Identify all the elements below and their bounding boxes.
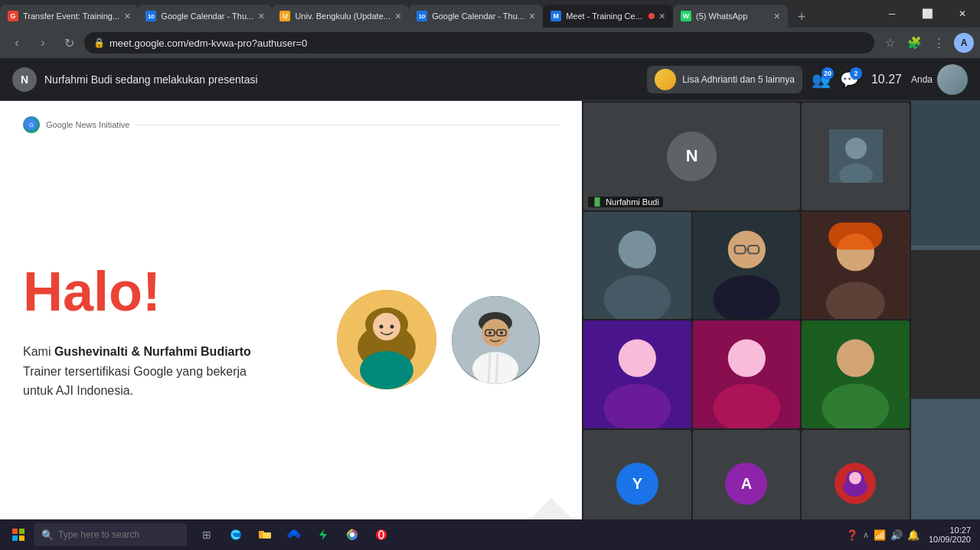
participant-cell-p4 xyxy=(693,212,801,320)
tab-univ[interactable]: U Univ. Bengkulu (Update... × xyxy=(272,5,409,28)
self-preview xyxy=(937,64,968,95)
participant-cell-nurfahmi: N ▐▌ Nurfahmi Budi xyxy=(583,103,800,210)
svg-rect-55 xyxy=(19,535,24,541)
meet-app: N Nurfahmi Budi sedang melakukan present… xyxy=(0,58,980,539)
close-button[interactable]: ✕ xyxy=(945,0,980,28)
notification-icon[interactable]: 🔔 xyxy=(907,529,920,541)
reload-button[interactable]: ↻ xyxy=(58,32,80,54)
participant-cell-p7 xyxy=(693,321,801,428)
google-news-icon: G xyxy=(23,116,40,133)
svg-point-21 xyxy=(845,138,867,159)
bookmark-star-icon[interactable]: ☆ xyxy=(879,32,900,54)
tab-whatsapp[interactable]: W (5) WhatsApp × xyxy=(673,5,788,28)
search-input[interactable] xyxy=(58,529,165,540)
taskbar-chrome[interactable] xyxy=(338,521,366,548)
lisa-avatar xyxy=(655,69,676,90)
tab-gmail[interactable]: G Transfer Event: Training... × xyxy=(0,5,138,28)
window-controls: ─ ⬜ ✕ xyxy=(874,0,980,28)
svg-point-24 xyxy=(619,230,656,268)
chat-badge: 2 xyxy=(850,67,862,80)
presenter-avatar: N xyxy=(12,67,37,92)
tab-calendar1[interactable]: 10 Google Calendar - Thu... × xyxy=(138,5,272,28)
svg-text:G: G xyxy=(29,122,33,128)
preview-names: Lisa Adhrianti dan 5 lainnya xyxy=(682,74,795,85)
tab-gmail-title: Transfer Event: Training... xyxy=(23,11,119,21)
svg-point-19 xyxy=(500,331,503,334)
taskbar-dropbox[interactable] xyxy=(280,521,308,548)
svg-rect-50 xyxy=(911,101,980,246)
tab-bar: G Transfer Event: Training... × 10 Googl… xyxy=(0,0,980,28)
participants-button[interactable]: 👥 20 xyxy=(812,70,831,89)
overflow-panel xyxy=(911,101,980,539)
self-label: Anda xyxy=(911,74,933,85)
intro-prefix: Kami xyxy=(23,345,54,358)
taskbar-file-explorer[interactable] xyxy=(251,521,279,548)
address-field[interactable]: 🔒 meet.google.com/edm-kvwa-pro?authuser=… xyxy=(84,32,874,54)
chevron-up-icon[interactable]: ∧ xyxy=(863,530,869,540)
taskbar-system-icons: ❓ ∧ 📶 🔊 🔔 xyxy=(846,529,920,541)
back-button[interactable]: ‹ xyxy=(6,32,28,54)
person-photo-right xyxy=(452,296,540,384)
network-icon: 📶 xyxy=(874,529,886,541)
taskbar-search[interactable]: 🔍 xyxy=(34,523,187,546)
trainer-intro: Kami Gushevinalti & Nurfahmi Budiarto Tr… xyxy=(23,342,318,401)
meet-header: N Nurfahmi Budi sedang melakukan present… xyxy=(0,58,980,101)
svg-rect-53 xyxy=(19,529,24,534)
tab-meet[interactable]: M Meet - Training Ce... × xyxy=(543,5,673,28)
chat-button[interactable]: 💬 2 xyxy=(840,70,859,89)
taskbar-time-text: 10:27 xyxy=(929,526,971,535)
tab-whatsapp-title: (5) WhatsApp xyxy=(696,11,769,21)
a-avatar: A xyxy=(725,463,767,505)
tab-close-gmail[interactable]: × xyxy=(124,10,130,22)
profile-icon[interactable]: A xyxy=(954,33,974,53)
speaker-icon: 🔊 xyxy=(890,529,903,541)
intro-line3: untuk AJI Indonesia. xyxy=(23,384,133,397)
tab-calendar2-title: Google Calendar - Thu... xyxy=(432,11,524,21)
taskbar-date-text: 10/09/2020 xyxy=(929,535,971,544)
tab-calendar2[interactable]: 10 Google Calendar - Thu... × xyxy=(409,5,543,28)
participant-cell-p3 xyxy=(583,212,691,320)
extensions-icon[interactable]: 🧩 xyxy=(903,32,925,54)
new-tab-button[interactable]: + xyxy=(791,6,812,28)
svg-point-5 xyxy=(373,313,400,340)
address-bar-row: ‹ › ↻ 🔒 meet.google.com/edm-kvwa-pro?aut… xyxy=(0,28,980,58)
trainer-names: Gushevinalti & Nurfahmi Budiarto xyxy=(54,345,251,358)
svg-rect-51 xyxy=(911,250,980,399)
taskbar-edge[interactable] xyxy=(222,521,250,548)
svg-point-7 xyxy=(380,325,384,329)
time-display: 10.27 xyxy=(871,73,902,86)
forward-button[interactable]: › xyxy=(32,32,54,54)
svg-rect-52 xyxy=(12,529,18,534)
tab-close-meet[interactable]: × xyxy=(659,10,665,22)
participant-count-badge: 20 xyxy=(822,67,834,80)
participant-preview[interactable]: Lisa Adhrianti dan 5 lainnya xyxy=(647,66,802,93)
taskbar: 🔍 ⊞ ❓ ∧ 📶 🔊 🔔 10:27 xyxy=(0,519,980,550)
svg-line-13 xyxy=(488,353,490,384)
halo-heading: Halo! xyxy=(23,264,318,319)
start-button[interactable] xyxy=(3,521,34,548)
more-options-icon[interactable]: ⋮ xyxy=(928,32,949,54)
tab-close-cal2[interactable]: × xyxy=(529,10,535,22)
taskbar-app-lightning[interactable] xyxy=(309,521,337,548)
svg-point-40 xyxy=(727,340,765,377)
taskbar-task-view[interactable]: ⊞ xyxy=(193,521,220,548)
address-text: meet.google.com/edm-kvwa-pro?authuser=0 xyxy=(109,37,307,49)
svg-rect-54 xyxy=(12,535,18,541)
minimize-button[interactable]: ─ xyxy=(874,0,910,28)
presenter-status: Nurfahmi Budi sedang melakukan presentas… xyxy=(44,73,647,86)
maximize-button[interactable]: ⬜ xyxy=(910,0,945,28)
participant-cell-p5 xyxy=(802,212,910,320)
intro-line2: Trainer tersertifikasi Google yang beker… xyxy=(23,365,247,378)
lock-icon: 🔒 xyxy=(93,37,105,48)
participant-cell-p6 xyxy=(583,321,691,428)
participant-cell-p2 xyxy=(802,103,910,210)
slide-divider xyxy=(136,125,559,125)
person-photo-left xyxy=(337,290,436,389)
taskbar-opera[interactable] xyxy=(368,521,395,548)
svg-point-18 xyxy=(488,331,492,334)
svg-point-8 xyxy=(390,325,394,329)
tab-close-cal1[interactable]: × xyxy=(258,10,264,22)
tab-close-whatsapp[interactable]: × xyxy=(774,10,780,22)
tab-close-univ[interactable]: × xyxy=(395,10,401,22)
help-icon: ❓ xyxy=(846,529,858,541)
